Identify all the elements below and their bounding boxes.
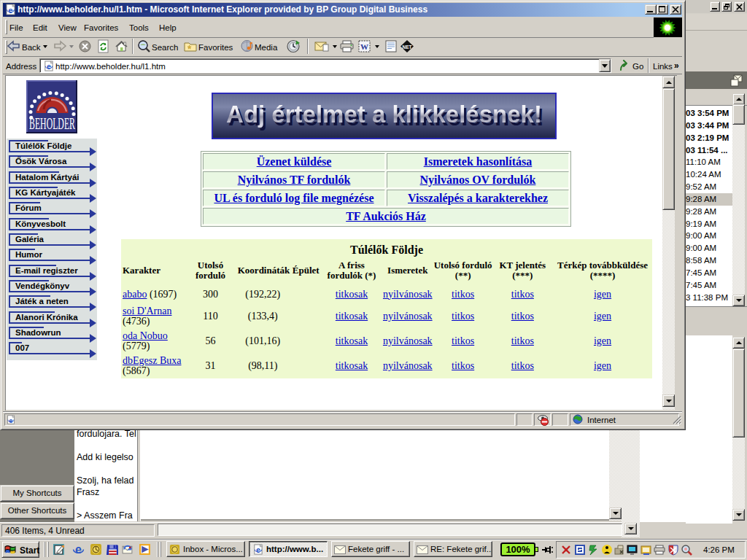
svg-text:W: W <box>360 42 368 51</box>
svg-text:BEHOLDER: BEHOLDER <box>29 114 75 133</box>
svg-text:NET: NET <box>403 44 412 50</box>
